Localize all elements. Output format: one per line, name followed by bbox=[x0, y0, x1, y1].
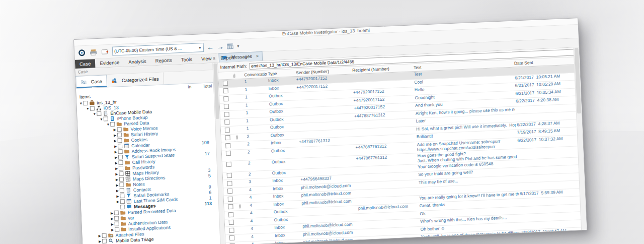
expander-closed-icon[interactable]: ▶ bbox=[114, 165, 119, 171]
print-icon[interactable] bbox=[89, 47, 98, 56]
tree-checkbox[interactable] bbox=[118, 155, 123, 159]
row-checkbox[interactable] bbox=[223, 80, 228, 85]
cell-conversation-id: 1 bbox=[240, 125, 269, 132]
attachment-column-header[interactable] bbox=[229, 73, 237, 79]
expander-closed-icon[interactable]: ▶ bbox=[114, 171, 119, 176]
expander-closed-icon[interactable]: ▶ bbox=[115, 193, 120, 199]
row-checkbox[interactable] bbox=[226, 162, 231, 167]
expander-closed-icon[interactable]: ▶ bbox=[113, 143, 118, 149]
row-checkbox[interactable] bbox=[227, 173, 232, 178]
menu-tab-case[interactable]: Case bbox=[75, 59, 96, 69]
header-sender-number[interactable]: Sender (Number) bbox=[295, 68, 351, 75]
row-checkbox[interactable] bbox=[224, 119, 229, 125]
menu-tab-analysis[interactable]: Analysis bbox=[124, 56, 151, 66]
tree-checkbox[interactable] bbox=[97, 111, 101, 116]
row-checkbox[interactable] bbox=[223, 88, 228, 93]
column-layout-icon[interactable] bbox=[227, 43, 234, 49]
panel-tab-case[interactable]: Case bbox=[75, 75, 107, 88]
row-checkbox[interactable] bbox=[225, 143, 230, 148]
tree-checkbox[interactable] bbox=[120, 199, 125, 204]
menu-tab-tools[interactable]: Tools bbox=[176, 55, 197, 65]
row-checkbox[interactable] bbox=[229, 235, 234, 240]
row-checkbox[interactable] bbox=[228, 212, 233, 217]
expander-closed-icon[interactable]: ▶ bbox=[110, 221, 115, 227]
row-checkbox[interactable] bbox=[225, 127, 230, 132]
row-checkbox[interactable] bbox=[229, 220, 234, 225]
expander-closed-icon[interactable]: ▶ bbox=[113, 149, 118, 154]
forward-arrow-icon[interactable]: → bbox=[217, 43, 224, 50]
header-conversation-id[interactable]: Conversation Id/ bbox=[237, 72, 267, 78]
tree-checkbox[interactable] bbox=[117, 127, 122, 132]
expander-closed-icon[interactable]: ▶ bbox=[98, 238, 102, 244]
expander-open-icon[interactable]: ▼ bbox=[86, 106, 90, 111]
tree-checkbox[interactable] bbox=[117, 138, 122, 143]
expander-open-icon[interactable]: ▼ bbox=[99, 116, 104, 122]
expander-closed-icon[interactable]: ▶ bbox=[116, 199, 120, 204]
tree-checkbox[interactable] bbox=[117, 133, 122, 137]
expander-closed-icon[interactable]: ▶ bbox=[115, 176, 119, 182]
expander-closed-icon[interactable]: ▶ bbox=[114, 160, 118, 165]
tree-checkbox[interactable] bbox=[119, 182, 124, 187]
toolbar-overflow-caret-icon[interactable]: ▼ bbox=[236, 44, 240, 47]
in-column-header[interactable]: In bbox=[188, 84, 192, 89]
expander-closed-icon[interactable]: ▶ bbox=[115, 182, 119, 188]
tree-checkbox[interactable] bbox=[110, 122, 115, 127]
row-checkbox[interactable] bbox=[227, 189, 232, 194]
expander-closed-icon[interactable]: ▶ bbox=[110, 210, 114, 216]
tree-checkbox[interactable] bbox=[118, 160, 123, 165]
menu-tab-reports[interactable]: Reports bbox=[150, 55, 177, 65]
add-evidence-icon[interactable] bbox=[101, 47, 110, 56]
tree-checkbox[interactable] bbox=[104, 116, 108, 121]
back-arrow-icon[interactable]: ← bbox=[207, 43, 214, 51]
tree-checkbox[interactable] bbox=[102, 233, 107, 238]
row-checkbox[interactable] bbox=[228, 204, 233, 209]
row-checkbox[interactable] bbox=[223, 96, 228, 101]
row-checkbox[interactable] bbox=[226, 151, 231, 156]
row-checkbox[interactable] bbox=[228, 196, 233, 201]
expander-closed-icon[interactable]: ▶ bbox=[113, 138, 117, 143]
expander-closed-icon[interactable]: ▶ bbox=[110, 227, 115, 232]
tree-checkbox[interactable] bbox=[83, 101, 88, 105]
expander-open-icon[interactable]: ▼ bbox=[78, 100, 83, 106]
row-checkbox[interactable] bbox=[229, 227, 234, 232]
tree-checkbox[interactable] bbox=[119, 171, 123, 176]
total-column-header[interactable]: Total bbox=[203, 83, 212, 89]
app-logo-icon[interactable] bbox=[77, 48, 87, 57]
tree-checkbox[interactable] bbox=[115, 227, 119, 231]
row-checkbox[interactable] bbox=[224, 111, 229, 116]
tree-checkbox[interactable] bbox=[118, 144, 122, 148]
expander-closed-icon[interactable]: ▶ bbox=[113, 132, 117, 138]
expander-closed-icon[interactable]: ▶ bbox=[110, 216, 114, 221]
autohide-pin-icon[interactable]: a bbox=[213, 55, 215, 60]
folder-icon bbox=[120, 210, 126, 216]
tree-checkbox[interactable] bbox=[119, 166, 123, 170]
tree-checkbox[interactable] bbox=[119, 177, 124, 181]
tree-checkbox[interactable] bbox=[114, 216, 119, 220]
tree-checkbox[interactable] bbox=[120, 194, 124, 198]
row-checkbox[interactable] bbox=[225, 135, 230, 140]
panel-tab-categorized-files[interactable]: Categorized Files bbox=[107, 72, 164, 87]
tree-checkbox[interactable] bbox=[120, 188, 124, 193]
menu-tab-evidence[interactable]: Evidence bbox=[95, 58, 124, 68]
menu-tab-export[interactable]: Export bbox=[216, 53, 239, 63]
expander-closed-icon[interactable]: ▶ bbox=[113, 127, 117, 132]
tree-checkbox[interactable] bbox=[90, 106, 95, 110]
cell-type: Outbox bbox=[268, 92, 296, 99]
expander-open-icon[interactable]: ▼ bbox=[92, 111, 97, 116]
row-checkbox-cell bbox=[223, 188, 235, 195]
expander-closed-icon[interactable]: ▶ bbox=[115, 188, 120, 193]
expander-open-icon[interactable]: ▼ bbox=[106, 121, 110, 127]
tree-checkbox[interactable] bbox=[114, 210, 119, 215]
tree-checkbox[interactable] bbox=[102, 239, 107, 243]
close-icon[interactable]: × bbox=[256, 54, 259, 58]
timezone-select[interactable]: (UTC-05:00) Eastern Time (US & ... ▼ bbox=[112, 43, 204, 56]
grid-scrollbar-thumb[interactable] bbox=[575, 48, 582, 113]
expander-closed-icon[interactable]: ▶ bbox=[114, 154, 118, 160]
expander-closed-icon[interactable]: ▶ bbox=[97, 233, 102, 238]
header-type[interactable]: Type bbox=[267, 70, 295, 76]
tree-checkbox[interactable] bbox=[120, 205, 125, 209]
tree-checkbox[interactable] bbox=[118, 149, 122, 154]
tree-checkbox[interactable] bbox=[115, 221, 119, 226]
row-checkbox[interactable] bbox=[227, 180, 232, 186]
row-checkbox[interactable] bbox=[224, 104, 229, 109]
